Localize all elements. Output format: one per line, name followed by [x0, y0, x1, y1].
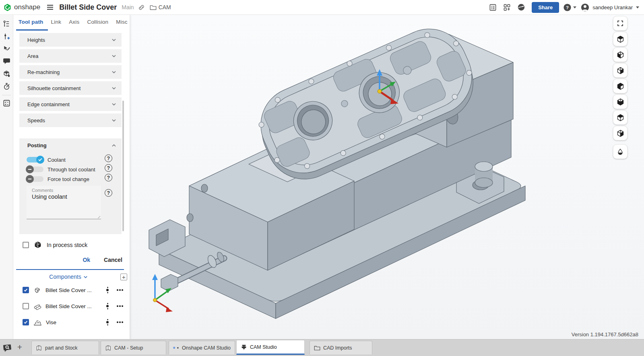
measure-box-icon: [3, 70, 10, 78]
apps-button[interactable]: [503, 4, 511, 11]
section-edge-containment[interactable]: Edge containment: [19, 97, 122, 111]
comments-field[interactable]: Comments Using coolant: [27, 186, 101, 219]
tab-cam-setup[interactable]: CAM - Setup: [101, 341, 166, 354]
coolant-toggle[interactable]: [27, 157, 43, 163]
workspace-label[interactable]: Main: [122, 4, 134, 10]
3d-viewport[interactable]: Version 1.194.1767.5d662a8: [130, 14, 644, 339]
section-heights[interactable]: Heights: [19, 33, 122, 47]
in-process-stock-label: In process stock: [47, 242, 87, 248]
tab-tool-path[interactable]: Tool path: [19, 19, 43, 27]
user-menu-caret-icon[interactable]: [636, 6, 639, 8]
coolant-help-icon[interactable]: ?: [105, 154, 112, 162]
onshape-logo[interactable]: [3, 3, 12, 12]
posting-header[interactable]: Posting: [19, 138, 122, 148]
visibility-slider-icon[interactable]: [105, 319, 109, 325]
view-cube-button-2[interactable]: [613, 47, 627, 62]
more-options-icon[interactable]: [117, 289, 123, 291]
components-title[interactable]: Components: [13, 274, 124, 280]
user-avatar[interactable]: [580, 3, 590, 12]
view-cube-button-6[interactable]: [613, 110, 627, 125]
view-cube-button-7[interactable]: [613, 126, 627, 140]
chevron-down-icon: [111, 117, 117, 123]
folder-breadcrumb[interactable]: CAM: [150, 4, 171, 10]
more-options-icon[interactable]: [117, 321, 123, 323]
tab-onshape-cam-studio[interactable]: Onshape CAM Studio: [169, 341, 235, 354]
tab-cad-imports[interactable]: CAD Imports: [310, 341, 372, 354]
component-checkbox[interactable]: [23, 303, 29, 309]
view-cube-icon: [616, 82, 625, 91]
main-menu-button[interactable]: [47, 4, 54, 10]
svg-text:?: ?: [566, 5, 569, 10]
tab-link[interactable]: Link: [51, 19, 62, 27]
view-cube-button-5[interactable]: [613, 95, 627, 109]
app-badge-icon: [173, 345, 175, 351]
visibility-slider-icon[interactable]: [105, 303, 109, 309]
section-re-machining[interactable]: Re-machining: [19, 65, 122, 79]
resize-grip-icon[interactable]: [95, 214, 100, 218]
search-tabs-icon: [2, 343, 12, 352]
view-cube-button-3[interactable]: [613, 63, 627, 78]
learning-center-button[interactable]: [517, 3, 525, 11]
section-silhouette-containment[interactable]: Silhouette containment: [19, 81, 122, 95]
chevron-down-icon: [83, 274, 88, 280]
cancel-button[interactable]: Cancel: [102, 256, 124, 264]
component-checkbox[interactable]: [23, 287, 29, 293]
comments-label: Comments: [27, 186, 101, 193]
view-cube-button-4[interactable]: [613, 79, 627, 93]
brand-text: onshape: [14, 3, 40, 11]
tab-axis[interactable]: Axis: [69, 19, 79, 27]
share-button[interactable]: Share: [532, 2, 559, 13]
link-icon: [138, 4, 145, 11]
add-component-button[interactable]: +: [120, 274, 127, 280]
new-tab-button[interactable]: +: [14, 342, 25, 352]
comment-button[interactable]: [1, 56, 12, 66]
chevron-down-icon: [111, 53, 117, 59]
toggle-thumb: [26, 165, 34, 173]
visibility-slider-icon[interactable]: [105, 287, 109, 293]
tab-part-and-stock[interactable]: part and Stock: [31, 341, 99, 354]
through-tool-coolant-toggle[interactable]: [27, 167, 43, 172]
app-window: onshape Billet Side Cover Main CAM: [0, 0, 644, 356]
fullscreen-button[interactable]: [613, 16, 627, 31]
help-button[interactable]: ?: [563, 3, 572, 12]
component-row-vise[interactable]: Vise: [23, 317, 123, 327]
viewport-canvas[interactable]: [130, 14, 644, 339]
machine-time-button[interactable]: [1, 81, 12, 91]
tab-misc[interactable]: Misc: [116, 19, 128, 27]
search-tabs-button[interactable]: [2, 343, 12, 352]
through-tool-coolant-help-icon[interactable]: ?: [105, 164, 112, 172]
help-caret-icon[interactable]: [573, 6, 576, 8]
add-operation-button[interactable]: [1, 31, 12, 41]
component-checkbox[interactable]: [23, 319, 29, 325]
chevron-down-icon: [111, 37, 117, 43]
tab-collision[interactable]: Collision: [87, 19, 108, 27]
share-link-button[interactable]: [138, 4, 145, 11]
vise-icon: [33, 319, 42, 326]
tab-cam-studio[interactable]: CAM Studio: [236, 340, 305, 355]
add-slider-icon: [3, 33, 10, 40]
feature-list-button[interactable]: [489, 4, 497, 11]
ok-button[interactable]: Ok: [81, 256, 92, 264]
more-options-icon[interactable]: [117, 305, 123, 307]
accordion-sections: Heights Area Re-machining Silhouette con…: [19, 33, 122, 130]
comments-help-icon[interactable]: ?: [105, 189, 112, 197]
section-speeds[interactable]: Speeds: [19, 113, 122, 127]
in-process-stock-checkbox[interactable]: [23, 242, 29, 248]
operations-tree-icon: [3, 20, 10, 28]
operations-tree-button[interactable]: [1, 19, 12, 29]
component-row-billet-part[interactable]: Billet Side Cover ...: [23, 285, 123, 295]
comment-icon: [3, 58, 10, 65]
post-process-button[interactable]: [1, 98, 12, 108]
simulate-button[interactable]: [1, 68, 12, 79]
component-row-billet-stock[interactable]: Billet Side Cover ...: [23, 301, 123, 311]
hamburger-icon: [47, 4, 54, 10]
select-edit-button[interactable]: [1, 43, 12, 54]
section-area[interactable]: Area: [19, 49, 122, 63]
force-tool-change-help-icon[interactable]: ?: [105, 174, 112, 181]
view-cube-icon: [616, 51, 625, 59]
force-tool-change-toggle[interactable]: [27, 176, 43, 182]
panel-scrollbar[interactable]: [122, 101, 124, 231]
view-cube-button-1[interactable]: [613, 32, 627, 46]
active-tab-underline: [16, 29, 48, 31]
shaded-view-button[interactable]: [613, 144, 627, 159]
